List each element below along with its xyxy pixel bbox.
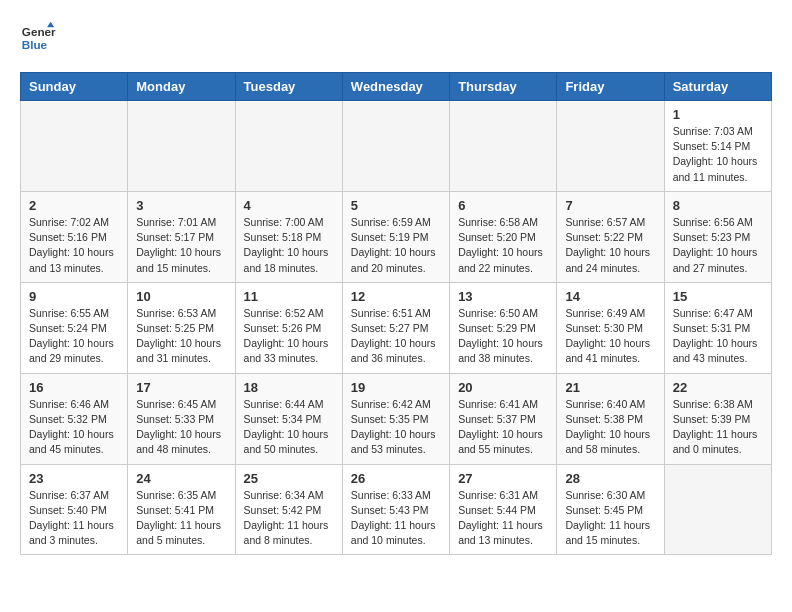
calendar-cell: 25Sunrise: 6:34 AM Sunset: 5:42 PM Dayli… xyxy=(235,464,342,555)
day-number: 5 xyxy=(351,198,441,213)
day-info: Sunrise: 6:35 AM Sunset: 5:41 PM Dayligh… xyxy=(136,488,226,549)
weekday-sunday: Sunday xyxy=(21,73,128,101)
day-number: 22 xyxy=(673,380,763,395)
day-number: 6 xyxy=(458,198,548,213)
day-number: 11 xyxy=(244,289,334,304)
weekday-header-row: SundayMondayTuesdayWednesdayThursdayFrid… xyxy=(21,73,772,101)
calendar-cell: 27Sunrise: 6:31 AM Sunset: 5:44 PM Dayli… xyxy=(450,464,557,555)
day-number: 4 xyxy=(244,198,334,213)
day-number: 28 xyxy=(565,471,655,486)
calendar-cell: 11Sunrise: 6:52 AM Sunset: 5:26 PM Dayli… xyxy=(235,282,342,373)
day-info: Sunrise: 6:53 AM Sunset: 5:25 PM Dayligh… xyxy=(136,306,226,367)
day-info: Sunrise: 6:42 AM Sunset: 5:35 PM Dayligh… xyxy=(351,397,441,458)
day-info: Sunrise: 6:31 AM Sunset: 5:44 PM Dayligh… xyxy=(458,488,548,549)
day-number: 24 xyxy=(136,471,226,486)
calendar-cell: 4Sunrise: 7:00 AM Sunset: 5:18 PM Daylig… xyxy=(235,191,342,282)
calendar-cell xyxy=(450,101,557,192)
calendar-cell: 12Sunrise: 6:51 AM Sunset: 5:27 PM Dayli… xyxy=(342,282,449,373)
day-number: 26 xyxy=(351,471,441,486)
calendar-week-3: 9Sunrise: 6:55 AM Sunset: 5:24 PM Daylig… xyxy=(21,282,772,373)
day-number: 25 xyxy=(244,471,334,486)
day-number: 21 xyxy=(565,380,655,395)
day-number: 23 xyxy=(29,471,119,486)
calendar-body: 1Sunrise: 7:03 AM Sunset: 5:14 PM Daylig… xyxy=(21,101,772,555)
calendar-cell: 22Sunrise: 6:38 AM Sunset: 5:39 PM Dayli… xyxy=(664,373,771,464)
day-info: Sunrise: 6:45 AM Sunset: 5:33 PM Dayligh… xyxy=(136,397,226,458)
weekday-friday: Friday xyxy=(557,73,664,101)
svg-text:Blue: Blue xyxy=(22,38,48,51)
day-number: 9 xyxy=(29,289,119,304)
logo: General Blue xyxy=(20,20,56,56)
weekday-monday: Monday xyxy=(128,73,235,101)
calendar-cell: 9Sunrise: 6:55 AM Sunset: 5:24 PM Daylig… xyxy=(21,282,128,373)
day-info: Sunrise: 6:56 AM Sunset: 5:23 PM Dayligh… xyxy=(673,215,763,276)
calendar-cell: 6Sunrise: 6:58 AM Sunset: 5:20 PM Daylig… xyxy=(450,191,557,282)
calendar-week-2: 2Sunrise: 7:02 AM Sunset: 5:16 PM Daylig… xyxy=(21,191,772,282)
calendar-table: SundayMondayTuesdayWednesdayThursdayFrid… xyxy=(20,72,772,555)
calendar-cell xyxy=(128,101,235,192)
calendar-cell xyxy=(21,101,128,192)
calendar-cell: 18Sunrise: 6:44 AM Sunset: 5:34 PM Dayli… xyxy=(235,373,342,464)
calendar-cell: 16Sunrise: 6:46 AM Sunset: 5:32 PM Dayli… xyxy=(21,373,128,464)
calendar-cell: 10Sunrise: 6:53 AM Sunset: 5:25 PM Dayli… xyxy=(128,282,235,373)
day-info: Sunrise: 6:55 AM Sunset: 5:24 PM Dayligh… xyxy=(29,306,119,367)
calendar-cell: 21Sunrise: 6:40 AM Sunset: 5:38 PM Dayli… xyxy=(557,373,664,464)
calendar-cell: 7Sunrise: 6:57 AM Sunset: 5:22 PM Daylig… xyxy=(557,191,664,282)
day-number: 1 xyxy=(673,107,763,122)
day-info: Sunrise: 6:51 AM Sunset: 5:27 PM Dayligh… xyxy=(351,306,441,367)
day-number: 18 xyxy=(244,380,334,395)
calendar-cell: 26Sunrise: 6:33 AM Sunset: 5:43 PM Dayli… xyxy=(342,464,449,555)
day-info: Sunrise: 6:46 AM Sunset: 5:32 PM Dayligh… xyxy=(29,397,119,458)
calendar-cell xyxy=(664,464,771,555)
day-info: Sunrise: 6:50 AM Sunset: 5:29 PM Dayligh… xyxy=(458,306,548,367)
calendar-cell: 14Sunrise: 6:49 AM Sunset: 5:30 PM Dayli… xyxy=(557,282,664,373)
day-number: 19 xyxy=(351,380,441,395)
day-number: 27 xyxy=(458,471,548,486)
day-info: Sunrise: 6:59 AM Sunset: 5:19 PM Dayligh… xyxy=(351,215,441,276)
day-info: Sunrise: 6:41 AM Sunset: 5:37 PM Dayligh… xyxy=(458,397,548,458)
day-info: Sunrise: 6:40 AM Sunset: 5:38 PM Dayligh… xyxy=(565,397,655,458)
day-number: 3 xyxy=(136,198,226,213)
page-header: General Blue xyxy=(20,20,772,56)
calendar-cell: 24Sunrise: 6:35 AM Sunset: 5:41 PM Dayli… xyxy=(128,464,235,555)
day-number: 7 xyxy=(565,198,655,213)
day-number: 15 xyxy=(673,289,763,304)
weekday-tuesday: Tuesday xyxy=(235,73,342,101)
day-number: 17 xyxy=(136,380,226,395)
day-info: Sunrise: 6:37 AM Sunset: 5:40 PM Dayligh… xyxy=(29,488,119,549)
calendar-cell: 20Sunrise: 6:41 AM Sunset: 5:37 PM Dayli… xyxy=(450,373,557,464)
day-number: 12 xyxy=(351,289,441,304)
calendar-cell: 23Sunrise: 6:37 AM Sunset: 5:40 PM Dayli… xyxy=(21,464,128,555)
weekday-saturday: Saturday xyxy=(664,73,771,101)
calendar-cell: 17Sunrise: 6:45 AM Sunset: 5:33 PM Dayli… xyxy=(128,373,235,464)
day-number: 20 xyxy=(458,380,548,395)
day-number: 14 xyxy=(565,289,655,304)
day-info: Sunrise: 6:33 AM Sunset: 5:43 PM Dayligh… xyxy=(351,488,441,549)
calendar-cell xyxy=(557,101,664,192)
calendar-week-4: 16Sunrise: 6:46 AM Sunset: 5:32 PM Dayli… xyxy=(21,373,772,464)
day-info: Sunrise: 6:58 AM Sunset: 5:20 PM Dayligh… xyxy=(458,215,548,276)
weekday-thursday: Thursday xyxy=(450,73,557,101)
calendar-cell: 8Sunrise: 6:56 AM Sunset: 5:23 PM Daylig… xyxy=(664,191,771,282)
day-info: Sunrise: 6:57 AM Sunset: 5:22 PM Dayligh… xyxy=(565,215,655,276)
day-info: Sunrise: 6:47 AM Sunset: 5:31 PM Dayligh… xyxy=(673,306,763,367)
calendar-cell: 15Sunrise: 6:47 AM Sunset: 5:31 PM Dayli… xyxy=(664,282,771,373)
calendar-cell: 19Sunrise: 6:42 AM Sunset: 5:35 PM Dayli… xyxy=(342,373,449,464)
calendar-cell: 28Sunrise: 6:30 AM Sunset: 5:45 PM Dayli… xyxy=(557,464,664,555)
day-info: Sunrise: 6:38 AM Sunset: 5:39 PM Dayligh… xyxy=(673,397,763,458)
calendar-cell: 5Sunrise: 6:59 AM Sunset: 5:19 PM Daylig… xyxy=(342,191,449,282)
day-info: Sunrise: 7:02 AM Sunset: 5:16 PM Dayligh… xyxy=(29,215,119,276)
day-number: 10 xyxy=(136,289,226,304)
calendar-cell xyxy=(235,101,342,192)
weekday-wednesday: Wednesday xyxy=(342,73,449,101)
day-info: Sunrise: 6:49 AM Sunset: 5:30 PM Dayligh… xyxy=(565,306,655,367)
day-info: Sunrise: 6:52 AM Sunset: 5:26 PM Dayligh… xyxy=(244,306,334,367)
day-info: Sunrise: 7:00 AM Sunset: 5:18 PM Dayligh… xyxy=(244,215,334,276)
day-info: Sunrise: 6:34 AM Sunset: 5:42 PM Dayligh… xyxy=(244,488,334,549)
day-number: 2 xyxy=(29,198,119,213)
calendar-week-5: 23Sunrise: 6:37 AM Sunset: 5:40 PM Dayli… xyxy=(21,464,772,555)
calendar-cell: 1Sunrise: 7:03 AM Sunset: 5:14 PM Daylig… xyxy=(664,101,771,192)
calendar-cell: 13Sunrise: 6:50 AM Sunset: 5:29 PM Dayli… xyxy=(450,282,557,373)
day-info: Sunrise: 6:44 AM Sunset: 5:34 PM Dayligh… xyxy=(244,397,334,458)
calendar-cell xyxy=(342,101,449,192)
